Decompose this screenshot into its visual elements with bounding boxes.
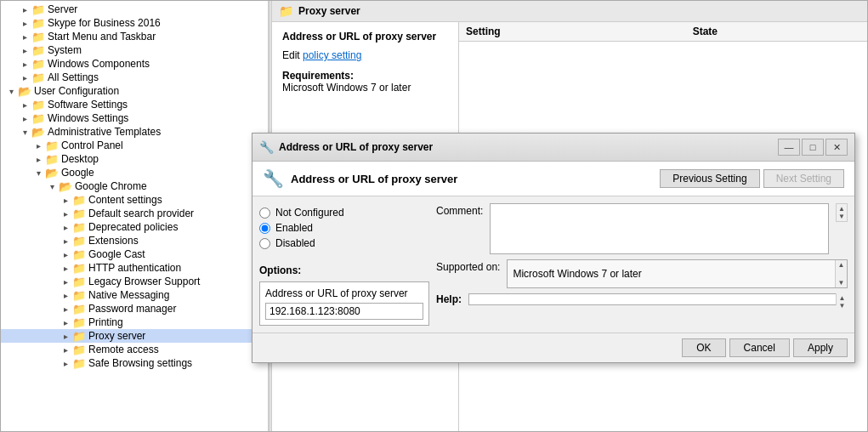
- radio-enabled[interactable]: Enabled: [259, 222, 429, 234]
- supported-section: Supported on: Microsoft Windows 7 or lat…: [436, 259, 848, 288]
- modal-header-title: Address or URL of proxy server: [291, 173, 457, 185]
- supported-scrollbar[interactable]: ▲ ▼: [835, 260, 847, 287]
- help-label: Help:: [436, 293, 462, 305]
- radio-not-configured-input[interactable]: [259, 207, 270, 219]
- modal-title-icon: 🔧: [259, 140, 274, 154]
- main-window: ▸📁Server▸📁Skype for Business 2016▸📁Start…: [0, 0, 868, 432]
- modal-title-text: Address or URL of proxy server: [279, 141, 433, 153]
- modal-titlebar: 🔧 Address or URL of proxy server — □ ✕: [252, 134, 854, 162]
- modal-title-left: 🔧 Address or URL of proxy server: [259, 140, 433, 154]
- modal-header: 🔧 Address or URL of proxy server Previou…: [252, 162, 854, 196]
- modal-body: Not Configured Enabled Disabled Options:: [252, 196, 854, 333]
- radio-group: Not Configured Enabled Disabled: [259, 203, 429, 253]
- radio-not-configured[interactable]: Not Configured: [259, 207, 429, 219]
- modal-overlay: 🔧 Address or URL of proxy server — □ ✕: [1, 1, 867, 431]
- supported-box: Microsoft Windows 7 or later ▲ ▼: [507, 259, 848, 288]
- help-scrollbar[interactable]: ▲ ▼: [836, 293, 848, 305]
- supported-scroll-up[interactable]: ▲: [838, 261, 845, 269]
- radio-enabled-input[interactable]: [259, 223, 270, 234]
- comment-scroll-down[interactable]: ▼: [837, 213, 846, 220]
- options-label: Options:: [259, 264, 429, 276]
- cancel-button[interactable]: Cancel: [729, 338, 790, 357]
- options-section: Options: Address or URL of proxy server: [259, 264, 429, 326]
- radio-not-configured-label: Not Configured: [275, 207, 344, 219]
- proxy-url-input[interactable]: [265, 303, 423, 320]
- apply-button[interactable]: Apply: [793, 338, 848, 357]
- radio-enabled-label: Enabled: [275, 222, 313, 234]
- comment-section: Comment: ▲ ▼: [436, 203, 848, 254]
- comment-scrollbar[interactable]: ▲ ▼: [836, 203, 848, 222]
- comment-scroll-up[interactable]: ▲: [837, 205, 846, 213]
- help-area: Help: ▲ ▼: [436, 293, 848, 326]
- minimize-button[interactable]: —: [778, 139, 800, 156]
- help-box: [468, 293, 848, 305]
- ok-button[interactable]: OK: [682, 338, 725, 357]
- comment-textarea[interactable]: [490, 203, 829, 254]
- close-button[interactable]: ✕: [825, 139, 848, 156]
- help-container: ▲ ▼: [468, 293, 848, 305]
- modal-title-controls: — □ ✕: [778, 139, 848, 156]
- options-box: Address or URL of proxy server: [259, 281, 429, 326]
- modal-left: Not Configured Enabled Disabled Options:: [259, 203, 429, 326]
- next-setting-button[interactable]: Next Setting: [763, 169, 844, 188]
- modal-dialog: 🔧 Address or URL of proxy server — □ ✕: [252, 133, 855, 363]
- radio-disabled-label: Disabled: [275, 237, 315, 249]
- modal-right: Comment: ▲ ▼ Supported on: Microsoft Win…: [436, 203, 848, 326]
- supported-label: Supported on:: [436, 259, 500, 273]
- modal-nav-buttons: Previous Setting Next Setting: [660, 169, 844, 188]
- modal-header-icon: 🔧: [263, 168, 284, 189]
- comment-label: Comment:: [436, 203, 483, 217]
- modal-footer: OK Cancel Apply: [252, 333, 854, 362]
- maximize-button[interactable]: □: [802, 139, 824, 156]
- supported-scroll-down[interactable]: ▼: [838, 279, 845, 287]
- radio-disabled-input[interactable]: [259, 238, 270, 249]
- help-scroll-up[interactable]: ▲: [837, 294, 847, 302]
- help-scroll-down[interactable]: ▼: [837, 302, 847, 310]
- supported-value: Microsoft Windows 7 or later: [513, 268, 641, 280]
- options-field-label: Address or URL of proxy server: [265, 287, 423, 299]
- radio-disabled[interactable]: Disabled: [259, 237, 429, 249]
- prev-setting-button[interactable]: Previous Setting: [660, 169, 759, 188]
